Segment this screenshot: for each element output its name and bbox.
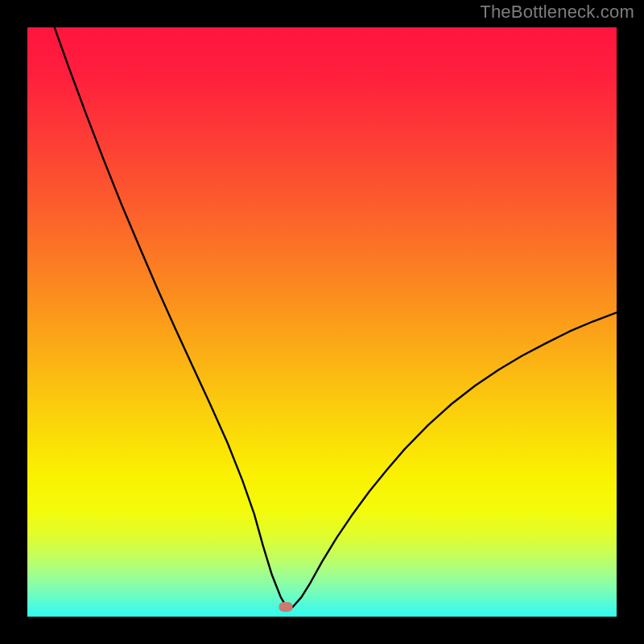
plot-area: [27, 27, 617, 617]
watermark-text: TheBottleneck.com: [480, 2, 634, 23]
minimum-marker: [279, 602, 292, 612]
outer-frame: TheBottleneck.com: [0, 0, 644, 644]
bottleneck-curve: [27, 27, 617, 617]
